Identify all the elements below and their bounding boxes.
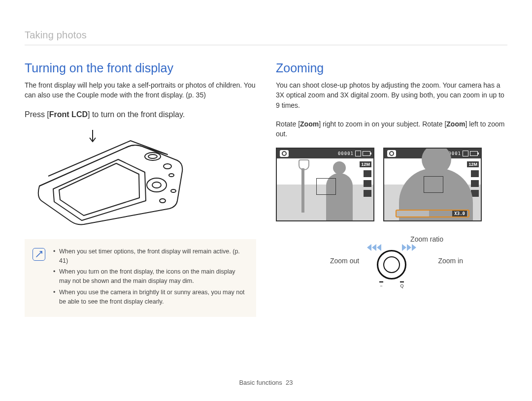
zoom-ratio-label: Zoom ratio — [410, 235, 443, 243]
zoom-dial-area: Zoom ratio Zoom out Zoom in − Q — [276, 227, 507, 286]
instr-bold: Front LCD — [49, 110, 88, 119]
quality-icon — [471, 170, 479, 177]
dial-labels: Zoom out Zoom in — [276, 257, 507, 265]
svg-point-7 — [160, 199, 166, 203]
zoom-value: X3.0 — [452, 211, 467, 216]
zi-pre: Rotate [ — [276, 120, 300, 128]
svg-point-1 — [148, 154, 157, 158]
quality-icon — [364, 170, 371, 177]
instr-pre: Press [ — [25, 110, 49, 119]
shot-counter: 00001 — [338, 151, 354, 156]
note-list: When you set timer options, the front di… — [53, 247, 247, 308]
front-display-intro: The front display will help you take a s… — [25, 80, 256, 100]
camera-illustration — [30, 127, 187, 225]
dial-marks: − Q — [378, 281, 405, 287]
lamp-post — [301, 168, 304, 213]
heading-front-display: Turning on the front display — [25, 61, 256, 75]
svg-point-2 — [164, 164, 171, 169]
topbar-right: 00001 — [338, 151, 370, 156]
breadcrumb: Taking photos — [25, 30, 507, 45]
camera-mode-icon — [387, 150, 396, 157]
card-icon — [463, 151, 468, 156]
preview-tele: 00001 12M — [383, 148, 482, 221]
flash-icon — [471, 180, 479, 187]
left-column: Turning on the front display The front d… — [25, 61, 256, 317]
zoom-in-label: Zoom in — [438, 257, 463, 265]
svg-point-6 — [171, 189, 176, 192]
page-footer: Basic functions 23 — [0, 379, 532, 386]
instr-post: ] to turn on the front display. — [88, 110, 185, 119]
zoom-instruction: Rotate [Zoom] right to zoom in on your s… — [276, 119, 507, 139]
note-item: When you use the camera in brightly lit … — [53, 288, 247, 307]
zi-mid: ] right to zoom in on your subject. Rota… — [319, 120, 446, 128]
resolution-icon: 12M — [467, 161, 479, 167]
zoom-bar: X3.0 — [396, 210, 469, 217]
zoom-out-label: Zoom out — [330, 257, 359, 265]
svg-point-4 — [152, 182, 161, 188]
note-item: When you set timer options, the front di… — [53, 247, 247, 266]
zi-b2: Zoom — [446, 120, 465, 128]
footer-section: Basic functions — [239, 379, 282, 386]
heading-zooming: Zooming — [276, 61, 507, 75]
preview-wide: 00001 12M — [276, 148, 374, 221]
svg-point-0 — [145, 153, 161, 160]
manual-page: Taking photos Turning on the front displ… — [0, 0, 532, 401]
battery-icon — [470, 151, 478, 156]
preview-topbar: 00001 — [277, 149, 373, 158]
front-lcd-instruction: Press [Front LCD] to turn on the front d… — [25, 109, 256, 120]
zi-b1: Zoom — [300, 120, 319, 128]
note-box: When you set timer options, the front di… — [25, 239, 256, 317]
zoom-out-icon: − — [378, 281, 384, 288]
note-item: When you turn on the front display, the … — [53, 267, 247, 286]
focus-box — [424, 176, 443, 193]
card-icon — [355, 151, 361, 156]
arrow-left-icon — [367, 244, 381, 251]
content-columns: Turning on the front display The front d… — [25, 61, 507, 317]
arrow-right-icon — [402, 244, 416, 251]
focus-box — [316, 178, 336, 195]
svg-point-3 — [147, 178, 166, 192]
flash-icon — [364, 180, 371, 187]
note-icon — [33, 248, 45, 261]
zoom-previews: 00001 12M — [276, 148, 507, 221]
battery-icon — [363, 151, 370, 156]
mode-icon — [364, 190, 371, 197]
side-icons: 12M — [360, 161, 371, 197]
zoom-in-icon: Q — [399, 281, 405, 288]
svg-point-5 — [169, 174, 174, 177]
zoom-fill — [397, 211, 429, 216]
camera-mode-icon — [280, 150, 289, 157]
zoom-dial-icon — [377, 250, 406, 279]
zooming-intro: You can shoot close-up photos by adjusti… — [276, 80, 507, 110]
footer-page-number: 23 — [286, 379, 293, 386]
resolution-icon: 12M — [360, 161, 371, 167]
right-column: Zooming You can shoot close-up photos by… — [276, 61, 507, 317]
